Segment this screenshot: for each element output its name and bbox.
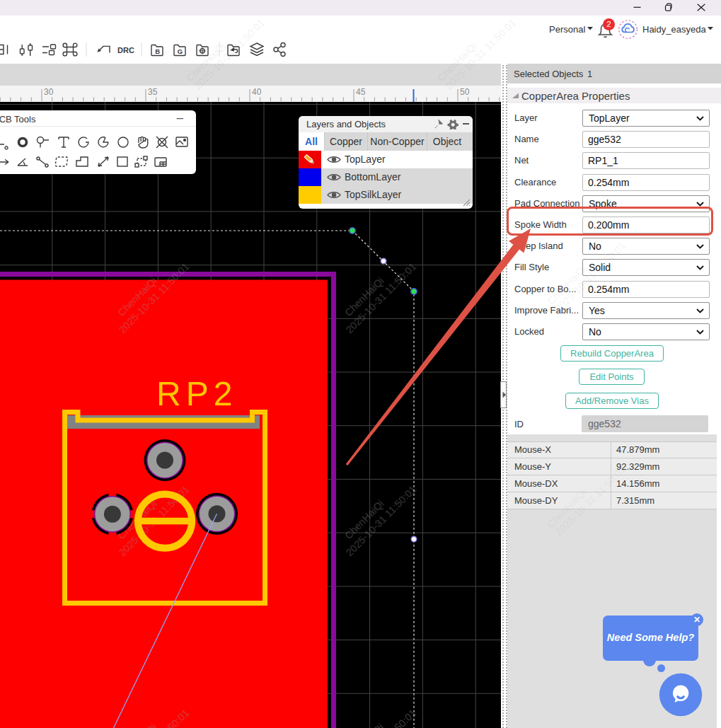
svg-text:30: 30 [44, 87, 54, 97]
svg-text:B: B [155, 47, 160, 55]
svg-text:45: 45 [356, 87, 366, 97]
svg-text:35: 35 [148, 87, 158, 97]
svg-text:G: G [178, 47, 183, 55]
svg-text:RP2: RP2 [156, 375, 237, 412]
svg-text:DRC: DRC [117, 46, 134, 54]
